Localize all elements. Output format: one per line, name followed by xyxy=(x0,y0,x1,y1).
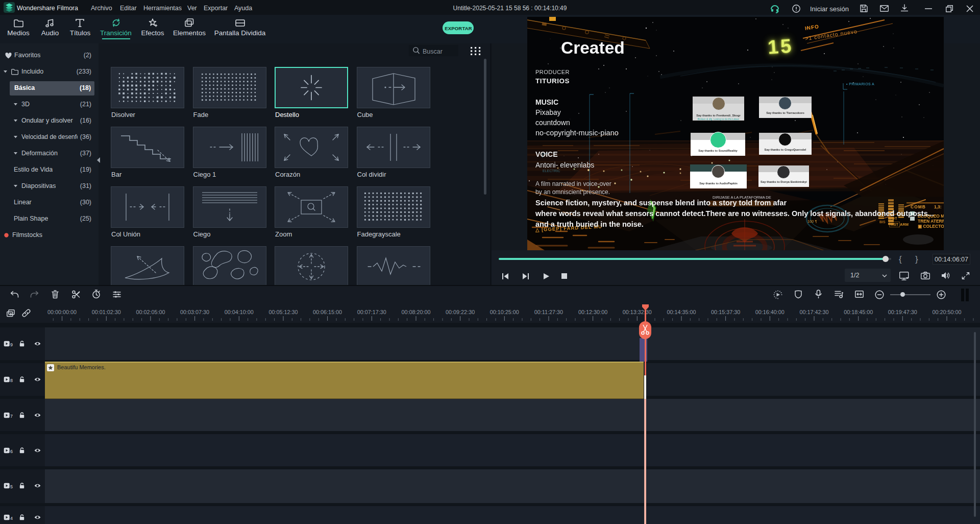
svg-text:7: 7 xyxy=(10,413,13,418)
svg-text:5: 5 xyxy=(10,484,13,489)
svg-text:9: 9 xyxy=(10,342,13,347)
svg-text:6: 6 xyxy=(10,448,13,454)
svg-text:4: 4 xyxy=(10,516,13,521)
svg-text:8: 8 xyxy=(10,378,13,383)
